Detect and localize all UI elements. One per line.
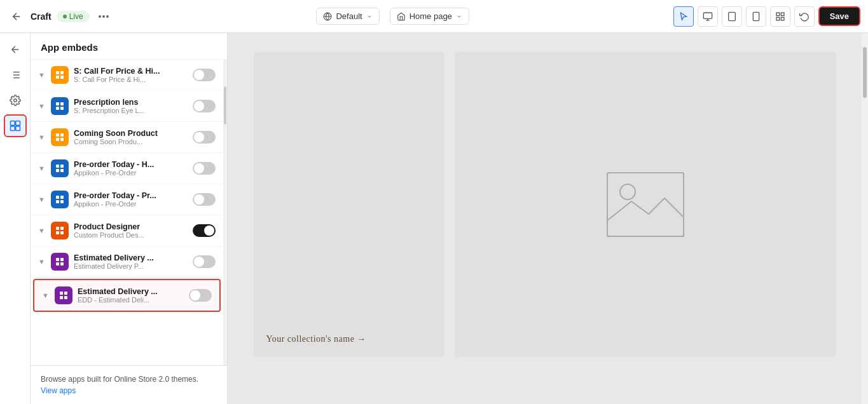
chevron-icon-preorder-today-p[interactable]: ▼ bbox=[38, 196, 46, 203]
app-item-coming-soon[interactable]: ▼ Coming Soon Product Coming Soon Produ.… bbox=[31, 122, 223, 153]
app-icon-prescription-lens bbox=[51, 97, 69, 115]
toggle-coming-soon[interactable] bbox=[193, 131, 216, 144]
save-button[interactable]: Save bbox=[818, 6, 860, 26]
rail-settings-button[interactable] bbox=[4, 89, 27, 112]
undo-button[interactable] bbox=[794, 6, 815, 27]
chevron-down-icon bbox=[366, 13, 373, 20]
desktop-icon bbox=[703, 11, 713, 22]
sidebar: App embeds ▼ S: Call For Price & Hi... S… bbox=[31, 33, 228, 404]
back-button[interactable] bbox=[8, 8, 25, 25]
app-logo-prescription-lens bbox=[55, 101, 65, 111]
svg-rect-27 bbox=[56, 71, 59, 74]
svg-rect-49 bbox=[56, 231, 59, 234]
app-item-call-for-price[interactable]: ▼ S: Call For Price & Hi... S: Call For … bbox=[31, 60, 223, 91]
svg-rect-25 bbox=[10, 126, 15, 131]
rail-sections-button[interactable] bbox=[4, 64, 27, 86]
chevron-icon-call-for-price[interactable]: ▼ bbox=[38, 71, 46, 79]
svg-rect-5 bbox=[703, 13, 712, 18]
svg-rect-44 bbox=[60, 196, 64, 199]
topbar-center: Default Home page bbox=[119, 8, 667, 25]
cursor-tool-button[interactable] bbox=[673, 6, 694, 27]
desktop-view-button[interactable] bbox=[698, 6, 718, 27]
grid-icon bbox=[775, 11, 785, 22]
app-name-estimated-delivery-1: Estimated Delivery ... bbox=[74, 253, 188, 262]
svg-rect-56 bbox=[64, 292, 67, 295]
app-subtitle-coming-soon: Coming Soon Produ... bbox=[74, 138, 188, 145]
rail-back-icon bbox=[10, 44, 21, 55]
grid-view-button[interactable] bbox=[770, 6, 790, 27]
toggle-estimated-delivery-1[interactable] bbox=[193, 255, 216, 268]
svg-rect-31 bbox=[56, 102, 59, 105]
svg-rect-34 bbox=[60, 107, 64, 110]
toggle-preorder-today-p[interactable] bbox=[193, 193, 216, 206]
chevron-icon-prescription-lens[interactable]: ▼ bbox=[38, 102, 46, 110]
svg-rect-36 bbox=[60, 133, 64, 137]
more-options-button[interactable] bbox=[95, 8, 113, 25]
canvas-card-left: Your collection's name → bbox=[254, 52, 444, 357]
sidebar-list: ▼ S: Call For Price & Hi... S: Call For … bbox=[31, 60, 223, 365]
app-info-preorder-today-h: Pre-order Today - H... Appikon - Pre-Ord… bbox=[74, 160, 188, 177]
view-apps-link[interactable]: View apps bbox=[41, 386, 76, 395]
svg-rect-10 bbox=[753, 12, 759, 20]
default-select[interactable]: Default bbox=[316, 8, 379, 25]
app-item-estimated-delivery-1[interactable]: ▼ Estimated Delivery ... Estimated Deliv… bbox=[31, 246, 223, 278]
app-subtitle-product-designer: Custom Product Des... bbox=[74, 231, 188, 239]
app-subtitle-call-for-price: S: Call For Price & Hi... bbox=[74, 76, 188, 83]
right-scrollbar[interactable] bbox=[862, 33, 868, 404]
gear-icon bbox=[10, 95, 21, 106]
chevron-icon-coming-soon[interactable]: ▼ bbox=[38, 133, 46, 141]
app-subtitle-prescription-lens: S: Prescription Eye L... bbox=[74, 107, 188, 114]
toggle-prescription-lens[interactable] bbox=[193, 100, 216, 112]
live-badge: Live bbox=[57, 11, 90, 22]
toggle-call-for-price[interactable] bbox=[193, 69, 216, 81]
svg-rect-15 bbox=[781, 17, 784, 20]
app-item-preorder-today-p[interactable]: ▼ Pre-order Today - Pr... Appikon - Pre-… bbox=[31, 184, 223, 215]
svg-rect-59 bbox=[607, 173, 684, 236]
homepage-select[interactable]: Home page bbox=[390, 8, 469, 25]
app-info-product-designer: Product Designer Custom Product Des... bbox=[74, 222, 188, 239]
rail-apps-button[interactable] bbox=[4, 114, 27, 137]
svg-point-22 bbox=[13, 99, 17, 102]
app-item-estimated-delivery-2[interactable]: ▼ Estimated Delivery ... EDD - Estimated… bbox=[33, 279, 221, 312]
chevron-icon-product-designer[interactable]: ▼ bbox=[38, 227, 46, 234]
footer-text: Browse apps built for Online Store 2.0 t… bbox=[41, 375, 198, 384]
tablet-icon bbox=[727, 11, 737, 22]
chevron-icon-preorder-today-h[interactable]: ▼ bbox=[38, 165, 46, 172]
svg-rect-39 bbox=[56, 165, 59, 168]
app-item-preorder-today-h[interactable]: ▼ Pre-order Today - H... Appikon - Pre-O… bbox=[31, 153, 223, 184]
app-icon-estimated-delivery-1 bbox=[51, 253, 69, 271]
app-name-coming-soon: Coming Soon Product bbox=[74, 129, 188, 138]
app-logo-preorder-today-h bbox=[55, 163, 65, 173]
toggle-preorder-today-h[interactable] bbox=[193, 162, 216, 175]
toggle-estimated-delivery-2[interactable] bbox=[189, 289, 212, 302]
app-info-preorder-today-p: Pre-order Today - Pr... Appikon - Pre-Or… bbox=[74, 191, 188, 208]
svg-rect-54 bbox=[60, 262, 64, 266]
rail-back-button[interactable] bbox=[4, 38, 27, 61]
svg-rect-41 bbox=[56, 169, 59, 172]
canvas-area: Your collection's name → bbox=[228, 33, 862, 404]
app-name-estimated-delivery-2: Estimated Delivery ... bbox=[78, 287, 184, 296]
svg-rect-43 bbox=[56, 196, 59, 199]
svg-rect-28 bbox=[60, 71, 64, 74]
toggle-product-designer[interactable] bbox=[193, 224, 216, 237]
app-item-prescription-lens[interactable]: ▼ Prescription lens S: Prescription Eye … bbox=[31, 91, 223, 122]
collection-link[interactable]: Your collection's name → bbox=[266, 334, 366, 344]
chevron-icon-estimated-delivery-1[interactable]: ▼ bbox=[38, 258, 46, 266]
chevron-icon-estimated-delivery-2[interactable]: ▼ bbox=[42, 292, 50, 299]
app-icon-product-designer bbox=[51, 222, 69, 239]
tablet-view-button[interactable] bbox=[722, 6, 742, 27]
mobile-view-button[interactable] bbox=[746, 6, 766, 27]
svg-rect-30 bbox=[60, 76, 64, 79]
svg-rect-55 bbox=[60, 292, 63, 295]
app-icon-coming-soon bbox=[51, 128, 69, 146]
svg-rect-24 bbox=[15, 121, 20, 126]
icon-rail bbox=[0, 33, 31, 404]
sidebar-scrollbar[interactable] bbox=[223, 60, 227, 365]
topbar-right: Save bbox=[673, 6, 860, 27]
app-subtitle-estimated-delivery-2: EDD - Estimated Deli... bbox=[78, 296, 184, 304]
app-item-product-designer[interactable]: ▼ Product Designer Custom Product Des... bbox=[31, 215, 223, 246]
svg-rect-26 bbox=[15, 126, 20, 131]
svg-rect-14 bbox=[776, 17, 780, 20]
app-name-product-designer: Product Designer bbox=[74, 222, 188, 231]
sidebar-scroll-wrapper: ▼ S: Call For Price & Hi... S: Call For … bbox=[31, 60, 227, 365]
